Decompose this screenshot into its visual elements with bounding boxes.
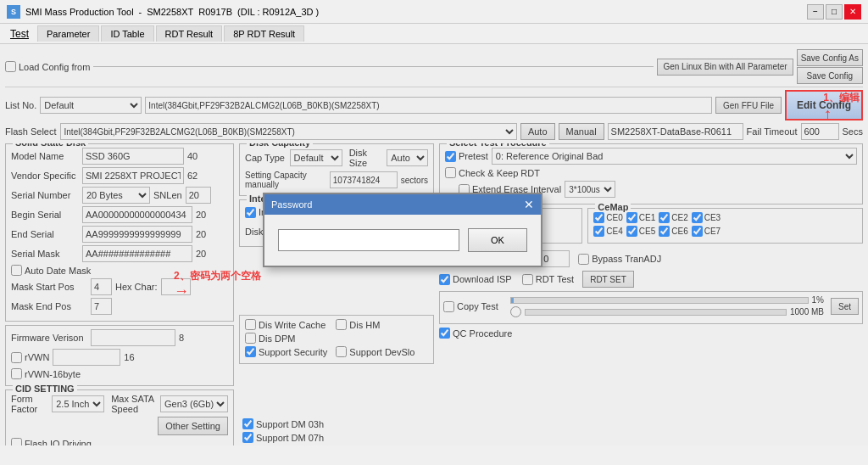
title-fw: R0917B [198, 7, 232, 17]
dialog-body: OK [264, 215, 541, 266]
dialog-close-btn[interactable]: ✕ [524, 198, 534, 211]
dialog-title-bar: Password ✕ [264, 194, 541, 215]
title-dil: (DIL : R0912A_3D ) [237, 7, 319, 17]
dialog-ok-btn[interactable]: OK [468, 228, 527, 252]
tab-idtable[interactable]: ID Table [101, 25, 153, 42]
app-title: SMI Mass Production Tool [25, 7, 134, 17]
tab-8prdtresult[interactable]: 8P RDT Result [224, 25, 304, 42]
title-model: SM2258XT [147, 7, 193, 17]
tab-rdtresult[interactable]: RDT Result [156, 25, 223, 42]
tab-parameter[interactable]: Parameter [37, 25, 99, 42]
maximize-button[interactable]: □ [826, 4, 843, 20]
password-dialog: Password ✕ OK [263, 193, 542, 267]
password-input[interactable] [278, 229, 459, 251]
close-button[interactable]: ✕ [844, 4, 861, 20]
minimize-button[interactable]: − [807, 4, 824, 20]
menu-item-test[interactable]: Test [3, 26, 36, 42]
main-content: Load Config from Gen Linux Bin with All … [0, 44, 868, 445]
app-icon: S [7, 5, 20, 19]
title-sep1: - [139, 7, 142, 17]
dialog-title-text: Password [271, 199, 312, 210]
title-bar: S SMI Mass Production Tool - SM2258XT R0… [0, 0, 868, 24]
